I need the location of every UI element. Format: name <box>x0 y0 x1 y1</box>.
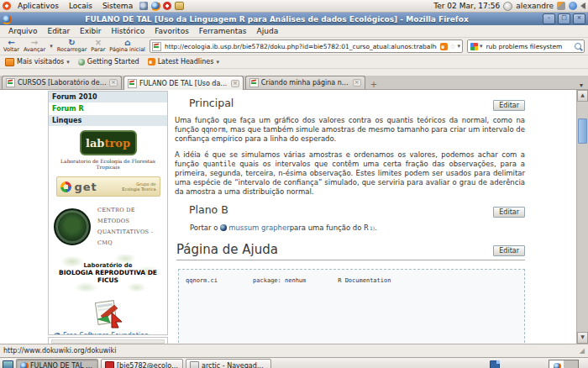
search-engine-dropdown-icon[interactable]: ▾ <box>480 43 483 50</box>
bluetooth-icon[interactable] <box>569 2 577 10</box>
bookmark-latest-headlines[interactable]: Latest Headlines ▾ <box>148 58 219 66</box>
workspace-switcher[interactable] <box>549 360 579 368</box>
maximize-button[interactable]: □ <box>558 13 570 24</box>
window-titlebar[interactable]: FULANO DE TAL [Uso da Linguagem R para A… <box>0 13 588 25</box>
heading-plano-b: Plano B <box>189 203 525 216</box>
tab-close-icon[interactable]: × <box>109 79 118 87</box>
volume-icon[interactable] <box>580 3 585 9</box>
tab-close-icon[interactable]: × <box>231 80 239 87</box>
workspace-2[interactable] <box>564 360 578 368</box>
search-input[interactable] <box>485 42 573 51</box>
back-button[interactable]: ← Voltar <box>3 39 19 53</box>
fsf-link[interactable]: Free Software Foundation <box>54 332 167 335</box>
updates-tray-icon[interactable] <box>557 2 565 10</box>
paragraph-1: Uma função que faça um gráfico dos valor… <box>175 116 525 144</box>
edit-principal-button[interactable]: Editar <box>493 100 525 111</box>
dokuwiki-logo-with-cursor-icon[interactable] <box>90 297 127 329</box>
launcher-package-icon[interactable] <box>175 2 184 10</box>
task-label: [bie5782@ecologia.ib.... <box>117 362 179 368</box>
clock[interactable]: Ter 02 Mar, 17:56 <box>433 2 500 10</box>
sidebar-header-linques: Linques <box>49 115 167 126</box>
tab-close-icon[interactable]: × <box>353 79 361 87</box>
stop-button[interactable]: × Parar <box>91 39 105 53</box>
bookmarks-toolbar: Mais visitados ▾ Getting Started Latest … <box>0 55 588 69</box>
scroll-up-icon[interactable]: ▲ <box>577 90 588 102</box>
page-scrollbar[interactable]: ▲ ▼ <box>576 90 588 344</box>
close-button[interactable]: × <box>573 13 585 24</box>
edit-plano-b-button[interactable]: Editar <box>493 207 525 218</box>
menu-exibir[interactable]: Exibir <box>75 27 106 35</box>
search-icon[interactable] <box>575 43 581 50</box>
search-engine-icon[interactable] <box>470 43 478 50</box>
labtrop-logo[interactable]: labtrop <box>80 130 137 155</box>
menu-ajuda[interactable]: Ajuda <box>252 27 284 35</box>
launcher-firefox-icon[interactable] <box>151 2 160 10</box>
bookmark-label: Latest Headlines <box>158 58 214 66</box>
mussum-grapher-link[interactable]: mussum grapher <box>220 223 290 232</box>
menu-aplicativos[interactable]: Aplicativos <box>14 2 62 10</box>
tab-criando-pagina[interactable]: Criando minha página no ... × <box>245 76 365 89</box>
tab-fulano-de-tal[interactable]: FULANO DE TAL [Uso da Li... × <box>123 76 244 90</box>
reload-button[interactable]: ↻ Recarregar <box>57 39 87 53</box>
menu-sistema[interactable]: Sistema <box>99 2 136 10</box>
task-firefox[interactable]: FULANO DE TAL [Uso ... <box>16 359 98 368</box>
menu-favoritos[interactable]: Favoritos <box>150 27 194 35</box>
bookmark-getting-started[interactable]: Getting Started <box>78 58 139 66</box>
external-link-globe-icon <box>220 224 227 231</box>
get-logo[interactable]: get Grupo de Ecologia Teorica <box>56 176 160 197</box>
bookmark-star-icon[interactable]: ☆ <box>449 43 455 50</box>
edit-ajuda-button[interactable]: Editar <box>493 245 525 256</box>
ficus-logo[interactable]: Laboratório de BIOLOGIA REPRODUTIVA DE F… <box>52 255 165 293</box>
launcher-help-icon[interactable] <box>163 2 171 10</box>
navigation-toolbar: ← Voltar → Avançar ▾ ↻ Recarregar × Para… <box>0 38 588 55</box>
task-terminal-ssh[interactable]: [bie5782@ecologia.ib.... <box>101 359 183 368</box>
fsf-link-label: Free Software Foundation <box>63 332 149 335</box>
menu-locais[interactable]: Locais <box>66 2 96 10</box>
tab-cursos[interactable]: CURSOS [Laboratório de Ec... × <box>2 76 122 89</box>
p1-code: qqnorm <box>202 126 226 134</box>
tab-label: FULANO DE TAL [Uso da Li... <box>139 80 228 87</box>
labtrop-caption: Laboratorio de Ecologia de Florestas Tro… <box>49 158 167 170</box>
scroll-down-icon[interactable]: ▼ <box>577 332 588 344</box>
minimize-button[interactable]: – <box>543 13 555 24</box>
notes-applet-icon[interactable] <box>490 360 500 368</box>
resize-grip[interactable]: ◢ <box>580 347 585 355</box>
search-bar[interactable]: ▾ <box>467 39 585 53</box>
menu-historico[interactable]: Histórico <box>107 27 150 35</box>
mussum-grapher-label: mussum grapher <box>228 223 290 232</box>
sidebar-link-forum-r[interactable]: Forum R <box>49 103 167 115</box>
task-arctic-file-manager[interactable]: arctic - Navegador de ... <box>186 359 271 368</box>
url-input[interactable] <box>163 42 438 51</box>
bookmark-mais-visitados[interactable]: Mais visitados ▾ <box>5 58 70 66</box>
status-link-text: http://www.dokuwiki.org/dokuwiki <box>3 347 116 355</box>
scrollbar-thumb[interactable] <box>578 118 587 144</box>
home-button[interactable]: ⌂ Página inicial <box>109 39 145 53</box>
launcher-browser-icon[interactable] <box>139 2 148 10</box>
sidebar-header-forum: Forum 2010 <box>49 92 167 103</box>
menu-arquivo[interactable]: Arquivo <box>3 27 42 35</box>
workspace-1[interactable] <box>549 360 564 368</box>
user-avatar-icon <box>503 2 512 11</box>
labtrop-text-lab: lab <box>86 137 104 150</box>
window-list-applet-icon[interactable] <box>3 360 13 368</box>
url-bar[interactable]: ☆ ▾ <box>150 39 463 53</box>
distro-logo-icon[interactable] <box>3 2 11 10</box>
user-name[interactable]: alexandre <box>516 2 554 10</box>
list-all-tabs-icon[interactable]: ▾ <box>576 81 586 89</box>
menu-ferramentas[interactable]: Ferramentas <box>194 27 252 35</box>
p1-text-b: , mas que também simule amostras de mesm… <box>175 125 525 143</box>
url-dropdown-icon[interactable]: ▾ <box>457 43 460 50</box>
cmq-logo[interactable]: CENTRO DE MÉTODOS QUANTITATIVOS - CMQ <box>54 205 164 249</box>
menu-editar[interactable]: Editar <box>42 27 75 35</box>
forward-button[interactable]: → Avançar <box>24 39 45 53</box>
get-caption: Grupo de Ecologia Teorica <box>122 181 155 192</box>
new-tab-button[interactable]: + <box>367 80 381 89</box>
home-label: Página inicial <box>109 46 145 53</box>
wiki-sidebar: Forum 2010 Forum R Linques labtrop Labor… <box>48 91 168 335</box>
tab-favicon <box>128 79 137 88</box>
task-label: arctic - Navegador de ... <box>202 362 267 368</box>
section-principal: Editar Principal Uma função que faça um … <box>175 97 525 197</box>
forward-icon: → <box>31 39 38 46</box>
rss-feed-icon[interactable] <box>440 43 448 50</box>
history-dropdown-icon[interactable]: ▾ <box>50 43 53 50</box>
